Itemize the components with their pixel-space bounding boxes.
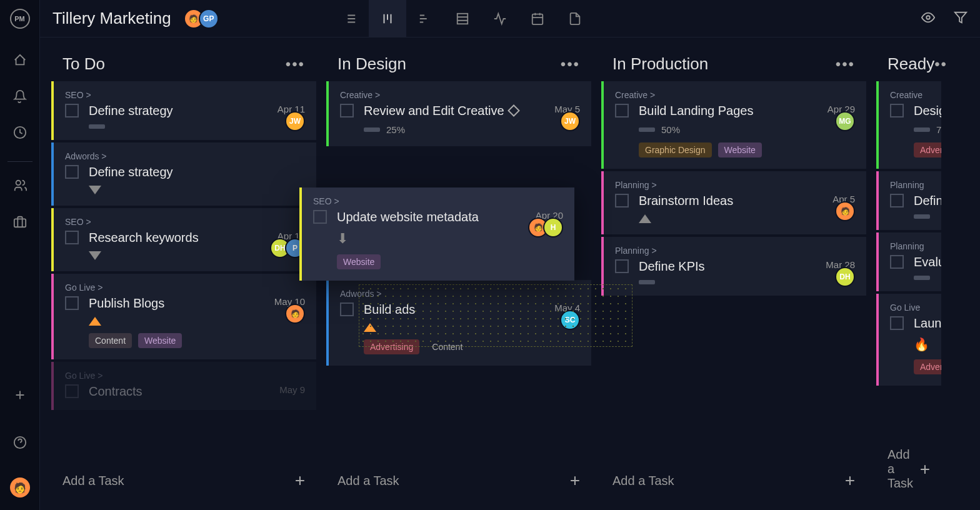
avatar[interactable]: GP — [199, 9, 219, 29]
task-checkbox[interactable] — [615, 259, 629, 273]
task-card[interactable]: Planning > Define KPIs Mar 28 DH — [601, 237, 866, 296]
card-title: Build Landing Pages — [639, 104, 828, 118]
app-logo[interactable]: PM — [10, 9, 30, 29]
clock-icon[interactable] — [8, 120, 32, 145]
svg-rect-4 — [458, 13, 468, 24]
task-card[interactable]: Creative > Build Landing Pages Apr 29 50… — [601, 81, 866, 169]
card-title: Evaluate and Negotiate — [914, 255, 941, 269]
task-card[interactable]: Planning > Brainstorm Ideas Apr 5 🧑 — [601, 171, 866, 234]
progress-indicator — [914, 276, 930, 280]
task-card[interactable]: SEO > Research keywords Apr 13 DHP — [51, 208, 316, 271]
task-card[interactable]: Planning Define — [876, 171, 941, 230]
plus-icon: + — [845, 471, 855, 491]
task-checkbox[interactable] — [615, 194, 629, 208]
task-card[interactable]: Creative Design 75% Advertising — [876, 81, 941, 169]
drop-zone — [359, 284, 632, 347]
filter-icon[interactable] — [954, 11, 968, 27]
progress-percent: 75% — [936, 124, 941, 135]
progress-indicator — [914, 128, 930, 132]
flame-icon: 🔥 — [914, 337, 929, 352]
assignee-avatar[interactable]: 🧑 — [835, 201, 855, 221]
add-task-button[interactable]: Add a Task+ — [601, 461, 866, 501]
task-checkbox[interactable] — [890, 194, 904, 208]
column-menu-icon[interactable]: ••• — [286, 56, 305, 73]
task-card[interactable]: Go Live > Contracts May 9 — [51, 362, 316, 410]
task-checkbox[interactable] — [340, 104, 354, 118]
bell-icon[interactable] — [8, 84, 32, 109]
card-category: Planning > — [615, 180, 855, 190]
progress-indicator — [639, 280, 655, 284]
add-task-label: Add a Task — [62, 474, 124, 488]
add-task-button[interactable]: Add a Task+ — [51, 461, 316, 501]
tag[interactable]: Website — [718, 142, 762, 158]
add-task-button[interactable]: Add a Task+ — [326, 461, 591, 501]
task-card[interactable]: Planning Evaluate and Negotiate — [876, 232, 941, 291]
assignee-avatar[interactable]: DH — [835, 267, 855, 287]
task-checkbox[interactable] — [615, 104, 629, 118]
column-header: In Design••• — [326, 47, 591, 81]
user-avatar[interactable]: 🧑 — [10, 478, 30, 498]
add-task-label: Add a Task — [338, 474, 399, 488]
add-task-label: Add a Task — [888, 448, 920, 491]
assignee-avatar[interactable]: H — [543, 218, 563, 238]
activity-view-tab[interactable] — [481, 0, 519, 38]
assignee-avatar[interactable]: JW — [285, 111, 305, 131]
column-menu-icon[interactable]: ••• — [934, 56, 946, 73]
card-category: Go Live > — [65, 371, 305, 381]
svg-point-6 — [926, 16, 930, 19]
task-checkbox[interactable] — [313, 210, 327, 224]
task-card[interactable]: SEO > Define strategy Apr 11 JW — [51, 81, 316, 140]
task-card[interactable]: Go Live > Publish Blogs May 10 ContentWe… — [51, 274, 316, 359]
task-checkbox[interactable] — [65, 384, 79, 398]
tag[interactable]: Website — [138, 333, 182, 348]
view-tabs — [331, 0, 594, 38]
column-menu-icon[interactable]: ••• — [836, 56, 855, 73]
card-category: Planning > — [615, 246, 855, 256]
task-checkbox[interactable] — [890, 104, 904, 118]
task-card[interactable]: Adwords > Define strategy — [51, 142, 316, 206]
task-checkbox[interactable] — [65, 296, 79, 310]
dragging-task-card[interactable]: SEO > Update website metadata Apr 20 ⬇ W… — [299, 188, 574, 281]
visibility-icon[interactable] — [921, 11, 935, 27]
team-icon[interactable] — [8, 173, 32, 198]
task-card[interactable]: Go Live Launch 🔥 Advertising — [876, 294, 941, 386]
help-icon[interactable] — [8, 430, 32, 455]
task-checkbox[interactable] — [340, 302, 354, 316]
add-task-button[interactable]: Add a Task+ — [876, 438, 941, 501]
card-category: SEO > — [65, 217, 305, 227]
column-menu-icon[interactable]: ••• — [561, 56, 580, 73]
home-icon[interactable] — [8, 48, 32, 72]
card-title: Define strategy — [89, 165, 305, 179]
tag[interactable]: Advertising — [914, 142, 941, 158]
board-view-tab[interactable] — [369, 0, 406, 38]
briefcase-icon[interactable] — [8, 209, 32, 234]
assignee-avatar[interactable]: JW — [560, 111, 580, 131]
task-checkbox[interactable] — [890, 316, 904, 330]
task-card[interactable]: Creative > Review and Edit Creative May … — [326, 81, 591, 146]
task-checkbox[interactable] — [65, 231, 79, 244]
gantt-view-tab[interactable] — [406, 0, 444, 38]
board-column: Ready••• Creative Design 75% Advertising… — [871, 47, 946, 501]
table-view-tab[interactable] — [444, 0, 481, 38]
card-category: SEO > — [313, 196, 563, 206]
task-checkbox[interactable] — [65, 104, 79, 118]
assignee-avatar[interactable]: 🧑 — [285, 304, 305, 324]
project-members[interactable]: 🧑 GP — [184, 9, 219, 29]
tag[interactable]: Content — [89, 333, 132, 348]
list-view-tab[interactable] — [331, 0, 369, 38]
plus-icon[interactable] — [8, 382, 32, 408]
task-checkbox[interactable] — [890, 255, 904, 269]
card-title: Publish Blogs — [89, 296, 274, 311]
priority-icon — [639, 214, 651, 223]
assignee-avatar[interactable]: MG — [835, 111, 855, 131]
calendar-view-tab[interactable] — [519, 0, 556, 38]
tag[interactable]: Website — [337, 254, 381, 269]
svg-rect-5 — [532, 14, 543, 24]
card-title: Design — [914, 104, 941, 118]
card-date: May 9 — [279, 384, 305, 395]
task-checkbox[interactable] — [65, 165, 79, 179]
progress-indicator — [639, 128, 655, 132]
file-view-tab[interactable] — [556, 0, 594, 38]
tag[interactable]: Advertising — [914, 359, 941, 374]
tag[interactable]: Graphic Design — [639, 142, 712, 158]
